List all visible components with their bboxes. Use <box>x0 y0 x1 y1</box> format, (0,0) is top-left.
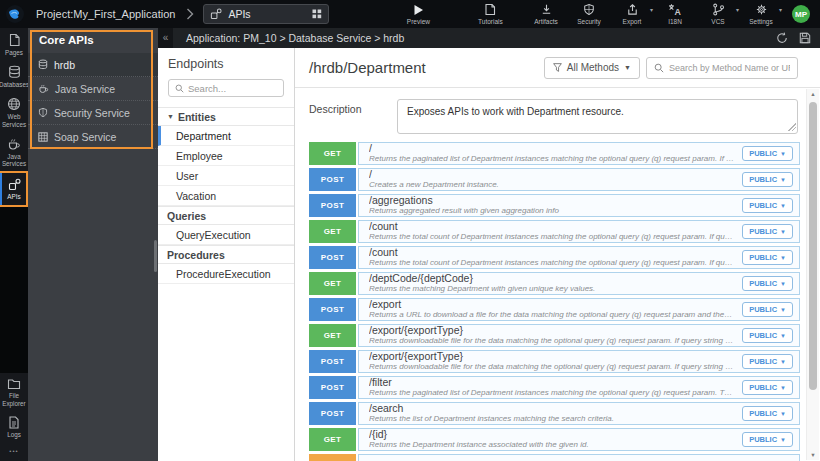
core-api-item-hrdb[interactable]: hrdb <box>28 53 158 77</box>
method-badge: POST <box>309 194 356 217</box>
log-file-icon <box>8 416 20 429</box>
tutorials-button[interactable]: Tutorials <box>475 3 505 25</box>
endpoints-search-input[interactable] <box>188 83 277 94</box>
vertical-scrollbar[interactable]: ▲ ▼ <box>806 89 819 460</box>
panel-scrollbar-thumb[interactable] <box>154 240 157 272</box>
method-search-input[interactable] <box>669 63 790 73</box>
sidebar-item-pages[interactable]: Pages <box>0 28 28 60</box>
core-api-item-java-service[interactable]: Java Service <box>28 77 158 101</box>
access-level-dropdown[interactable]: PUBLIC▼ <box>742 224 793 239</box>
sidebar-item-file-explorer[interactable]: File Explorer <box>0 373 28 410</box>
api-path: /export <box>369 299 734 311</box>
app-logo[interactable] <box>4 3 26 25</box>
main-header: /hrdb/Department All Methods ▼ <box>295 48 820 88</box>
shield-icon <box>38 107 48 118</box>
gear-icon <box>755 3 768 16</box>
core-apis-title: Core APIs <box>28 28 158 53</box>
access-level-dropdown[interactable]: PUBLIC▼ <box>742 406 793 421</box>
access-level-dropdown[interactable]: PUBLIC▼ <box>742 328 793 343</box>
access-level-dropdown[interactable]: PUBLIC▼ <box>742 432 793 447</box>
api-description: Creates a new Department instance. <box>369 181 734 190</box>
sidebar-item-java-services[interactable]: Java Services <box>0 132 28 171</box>
api-row-body[interactable]: / Returns the paginated list of Departme… <box>358 142 800 165</box>
description-label: Description <box>309 99 397 134</box>
scroll-up-arrow[interactable]: ▲ <box>807 91 819 97</box>
api-row-body[interactable]: /export Returns a URL to download a file… <box>358 298 800 321</box>
method-badge: GET <box>309 220 356 243</box>
description-row: Description Exposes APIs to work with De… <box>295 88 820 134</box>
caret-down-icon: ▼ <box>624 64 631 71</box>
settings-button[interactable]: ▾ Settings <box>746 3 776 25</box>
artifacts-button[interactable]: Artifacts <box>531 3 561 25</box>
user-avatar[interactable]: MP <box>792 5 810 23</box>
section-header-entities[interactable]: ▼ Entities <box>158 107 294 126</box>
api-row-body[interactable]: /{id} Returns the Department instance as… <box>358 428 800 451</box>
description-textarea[interactable]: Exposes APIs to work with Department res… <box>397 99 798 134</box>
access-level-dropdown[interactable]: PUBLIC▼ <box>742 172 793 187</box>
folder-icon <box>7 378 21 390</box>
api-row-body[interactable]: /count Returns the total count of Depart… <box>358 246 800 269</box>
sidebar-item-web-services[interactable]: Web Services <box>0 92 28 131</box>
access-level-dropdown[interactable]: PUBLIC▼ <box>742 302 793 317</box>
method-search[interactable] <box>646 57 798 79</box>
api-row-body[interactable]: / Creates a new Department instance. PUB… <box>358 168 800 191</box>
api-row-body[interactable]: /search Returns the list of Department i… <box>358 402 800 425</box>
breadcrumb-bar: « Application: PM_10 > Database Service … <box>158 28 820 48</box>
access-level-label: PUBLIC <box>749 331 777 340</box>
api-row-body[interactable]: /export/{exportType} Returns downloadabl… <box>358 324 800 347</box>
endpoint-item-employee[interactable]: Employee <box>158 146 294 166</box>
access-level-dropdown[interactable]: PUBLIC▼ <box>742 146 793 161</box>
sidebar-item-databases[interactable]: Databases <box>0 60 28 92</box>
access-level-label: PUBLIC <box>749 279 777 288</box>
core-api-item-soap-service[interactable]: Soap Service <box>28 125 158 149</box>
collapse-panel-button[interactable]: « <box>158 28 173 48</box>
access-level-dropdown[interactable]: PUBLIC▼ <box>742 276 793 291</box>
section-header-procedures[interactable]: Procedures <box>158 245 294 264</box>
preview-button[interactable]: Preview <box>403 3 433 25</box>
sidebar-item-logs[interactable]: Logs <box>0 411 28 442</box>
api-row-body[interactable]: /aggregations Returns aggregated result … <box>358 194 800 217</box>
method-badge: GET <box>309 324 356 347</box>
endpoint-item-user[interactable]: User <box>158 166 294 186</box>
section-header-queries[interactable]: Queries <box>158 206 294 225</box>
branch-icon <box>712 3 725 16</box>
rail-overflow-button[interactable]: ••• <box>0 442 28 461</box>
api-row-body[interactable]: /count Returns the total count of Depart… <box>358 220 800 243</box>
document-icon <box>484 3 496 16</box>
security-button[interactable]: Security <box>574 3 604 25</box>
scroll-down-arrow[interactable]: ▼ <box>807 452 819 458</box>
method-badge: POST <box>309 246 356 269</box>
endpoint-item-vacation[interactable]: Vacation <box>158 186 294 206</box>
coffee-icon <box>7 137 21 151</box>
access-level-label: PUBLIC <box>749 227 777 236</box>
project-name[interactable]: Project:My_First_Application <box>36 8 175 20</box>
endpoint-item-department[interactable]: Department <box>158 126 294 146</box>
export-button[interactable]: ▾ Export <box>617 3 647 25</box>
api-path: / <box>369 169 734 181</box>
access-level-dropdown[interactable]: PUBLIC▼ <box>742 198 793 213</box>
download-icon <box>540 3 553 16</box>
endpoints-search[interactable] <box>168 79 284 97</box>
scrollbar-thumb[interactable] <box>809 102 817 390</box>
access-level-dropdown[interactable]: PUBLIC▼ <box>742 380 793 395</box>
api-row-body[interactable]: PUBLIC▼ <box>358 454 800 461</box>
save-icon[interactable] <box>799 32 811 44</box>
method-badge: GET <box>309 142 356 165</box>
endpoint-item-procedureexecution[interactable]: ProcedureExecution <box>158 264 294 284</box>
vcs-button[interactable]: ▾ VCS <box>703 3 733 25</box>
endpoint-item-queryexecution[interactable]: QueryExecution <box>158 225 294 245</box>
api-row-body[interactable]: /deptCode/{deptCode} Returns the matchin… <box>358 272 800 295</box>
core-api-item-security-service[interactable]: Security Service <box>28 101 158 125</box>
api-row-body[interactable]: /filter Returns the paginated list of De… <box>358 376 800 399</box>
access-level-dropdown[interactable]: PUBLIC▼ <box>742 250 793 265</box>
refresh-icon[interactable] <box>776 32 788 44</box>
api-row-body[interactable]: /export/{exportType} Returns downloadabl… <box>358 350 800 373</box>
sidebar-item-apis[interactable]: APIs <box>0 171 28 206</box>
i18n-button[interactable]: A I18N <box>660 3 690 25</box>
soap-box-icon <box>38 132 48 142</box>
methods-filter-dropdown[interactable]: All Methods ▼ <box>544 57 640 79</box>
api-path: /count <box>369 247 734 259</box>
access-level-dropdown[interactable]: PUBLIC▼ <box>742 354 793 369</box>
grid-icon[interactable] <box>312 9 322 19</box>
apis-workspace-tab[interactable]: APIs <box>203 4 329 24</box>
